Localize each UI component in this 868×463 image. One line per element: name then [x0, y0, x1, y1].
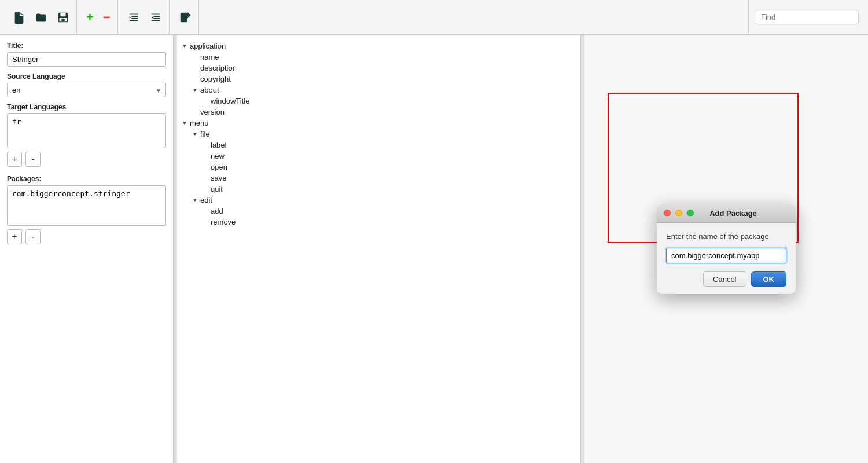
- new-doc-button[interactable]: [9, 8, 29, 27]
- content-panel: Add Package Enter the name of the packag…: [584, 35, 868, 463]
- svg-marker-9: [129, 16, 131, 19]
- find-group: [748, 0, 862, 34]
- tree-label-edit: edit: [200, 196, 212, 204]
- title-input[interactable]: [7, 52, 166, 67]
- modal-body: Enter the name of the package Cancel OK: [657, 223, 796, 294]
- target-languages-box[interactable]: fr: [7, 113, 166, 148]
- indent-icon: [127, 11, 140, 24]
- close-window-button[interactable]: [664, 210, 671, 216]
- outdent-button[interactable]: [146, 8, 165, 27]
- open-folder-icon: [35, 11, 47, 24]
- tree-item-version[interactable]: version: [177, 106, 580, 117]
- svg-rect-4: [61, 18, 65, 21]
- modal-overlay: Add Package Enter the name of the packag…: [584, 35, 868, 463]
- save-icon: [57, 11, 69, 24]
- packages-label: Packages:: [7, 175, 166, 183]
- svg-rect-2: [60, 12, 65, 16]
- tree-item-add[interactable]: add: [177, 205, 580, 216]
- file-tools-group: [6, 0, 77, 34]
- modal-title: Add Package: [678, 209, 789, 218]
- tree-item-remove[interactable]: remove: [177, 216, 580, 227]
- cancel-button[interactable]: Cancel: [703, 271, 746, 287]
- tree-arrow-about: ▼: [192, 87, 200, 93]
- svg-marker-14: [151, 16, 153, 19]
- tree-item-quit[interactable]: quit: [177, 183, 580, 194]
- add-button[interactable]: +: [83, 6, 97, 28]
- export-tools-group: [172, 0, 199, 34]
- ok-button[interactable]: OK: [751, 271, 787, 287]
- tree-item-copyright[interactable]: copyright: [177, 74, 580, 84]
- tree-label-about: about: [200, 86, 219, 94]
- remove-package-button[interactable]: -: [25, 229, 41, 244]
- tree-item-save[interactable]: save: [177, 172, 580, 183]
- tree-label-new: new: [211, 152, 225, 160]
- modal-prompt: Enter the name of the package: [666, 232, 786, 241]
- tree-item-file[interactable]: ▼file: [177, 128, 580, 139]
- toolbar: + −: [0, 0, 868, 35]
- source-language-wrapper: en fr de es ▼: [7, 83, 166, 97]
- tree-item-new[interactable]: new: [177, 150, 580, 161]
- add-package-dialog: Add Package Enter the name of the packag…: [657, 204, 796, 294]
- minus-icon: −: [103, 10, 111, 25]
- add-package-button[interactable]: +: [7, 229, 22, 244]
- tree-arrow-edit: ▼: [192, 197, 200, 203]
- modal-buttons: Cancel OK: [666, 271, 786, 287]
- tree-arrow-file: ▼: [192, 131, 200, 137]
- package-name-input[interactable]: [666, 248, 786, 263]
- outdent-icon: [149, 11, 162, 24]
- target-lang-buttons: + -: [7, 152, 166, 167]
- left-panel: Title: Source Language en fr de es ▼ Tar…: [0, 35, 174, 463]
- tree-item-menu[interactable]: ▼menu: [177, 117, 580, 128]
- source-language-select[interactable]: en fr de es: [7, 83, 166, 97]
- target-languages-label: Target Languages: [7, 103, 166, 111]
- remove-target-language-button[interactable]: -: [25, 152, 41, 167]
- main-area: Title: Source Language en fr de es ▼ Tar…: [0, 35, 868, 463]
- save-button[interactable]: [53, 8, 73, 27]
- tree-item-windowTitle[interactable]: windowTitle: [177, 95, 580, 106]
- source-language-label: Source Language: [7, 72, 166, 80]
- tree-arrow-application: ▼: [182, 43, 190, 49]
- tree-label-file: file: [200, 130, 210, 138]
- tree-label-remove: remove: [211, 218, 236, 226]
- find-input[interactable]: [755, 10, 859, 24]
- tree-item-edit[interactable]: ▼edit: [177, 194, 580, 205]
- tree-label-description: description: [200, 64, 237, 72]
- tree-item-name[interactable]: name: [177, 52, 580, 63]
- tree-panel: ▼applicationnamedescriptioncopyright▼abo…: [177, 35, 581, 463]
- tree-label-save: save: [211, 174, 226, 182]
- tree-label-application: application: [190, 42, 226, 50]
- modal-titlebar: Add Package: [657, 204, 796, 223]
- tree-label-windowTitle: windowTitle: [211, 97, 249, 105]
- tree-label-copyright: copyright: [200, 75, 231, 83]
- add-target-language-button[interactable]: +: [7, 152, 22, 167]
- tree-label-quit: quit: [211, 185, 223, 193]
- tree-item-application[interactable]: ▼application: [177, 41, 580, 52]
- tree-item-label[interactable]: label: [177, 139, 580, 150]
- tree-label-name: name: [200, 53, 219, 61]
- tree-label-add: add: [211, 207, 223, 215]
- packages-buttons: + -: [7, 229, 166, 244]
- tree-label-menu: menu: [190, 119, 209, 127]
- remove-button[interactable]: −: [100, 6, 114, 28]
- tree-arrow-menu: ▼: [182, 120, 190, 126]
- export-icon: [179, 11, 192, 24]
- new-doc-icon: [13, 11, 25, 24]
- tree-item-open[interactable]: open: [177, 161, 580, 172]
- svg-rect-0: [36, 16, 46, 21]
- title-label: Title:: [7, 42, 166, 50]
- tree-item-description[interactable]: description: [177, 63, 580, 74]
- tree-label-open: open: [211, 163, 227, 171]
- tree-label-label: label: [211, 141, 226, 149]
- packages-box[interactable]: com.biggerconcept.stringer: [7, 185, 166, 226]
- indent-button[interactable]: [124, 8, 144, 27]
- plus-icon: +: [86, 10, 94, 25]
- edit-tools-group: + −: [79, 0, 118, 34]
- indent-tools-group: [120, 0, 170, 34]
- open-folder-button[interactable]: [31, 8, 51, 27]
- tree-label-version: version: [200, 108, 225, 116]
- export-button[interactable]: [175, 8, 195, 27]
- svg-rect-15: [180, 12, 187, 22]
- tree-item-about[interactable]: ▼about: [177, 84, 580, 95]
